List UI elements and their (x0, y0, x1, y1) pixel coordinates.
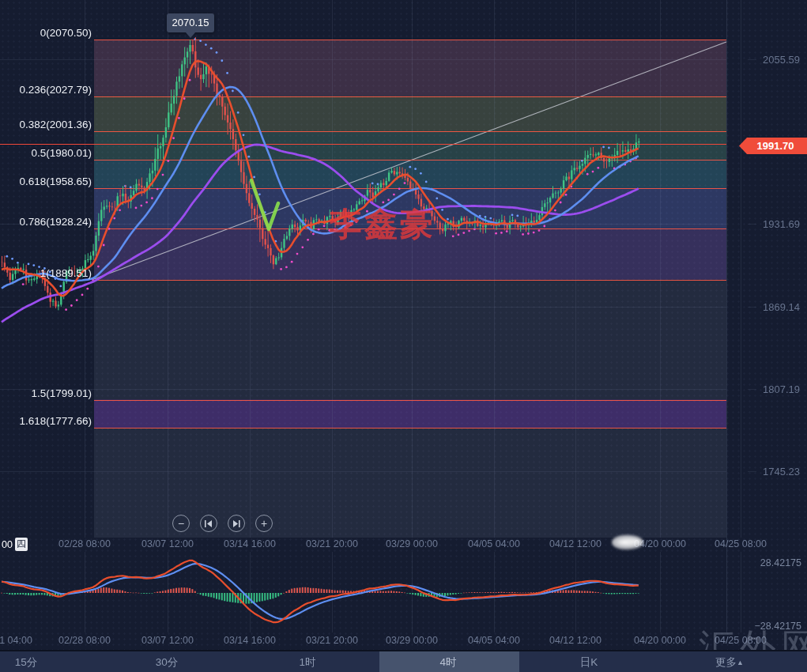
time-axis-label: 03/07 12:00 (141, 538, 194, 549)
price-axis-label: 1745.23 (743, 466, 800, 478)
time-axis-label: 03/14 16:00 (224, 538, 276, 549)
fib-level-label-0.786: 0.786(1928.24) (0, 216, 92, 228)
zoom-out-button[interactable]: − (172, 515, 190, 532)
price-axis-label: 2055.59 (743, 54, 800, 66)
macd-time-axis-label: 04/20 00:00 (634, 635, 686, 646)
macd-time-axis-label: 03/14 16:00 (224, 635, 276, 646)
high-value-tooltip: 2070.15 (167, 13, 214, 32)
center-watermark: 李鑫豪 (329, 202, 436, 247)
fib-level-label-0.236: 0.236(2027.79) (0, 84, 92, 96)
price-axis-label: 1807.19 (743, 383, 800, 395)
fib-level-label-0.382: 0.382(2001.36) (0, 119, 92, 130)
fib-level-label-0.5: 0.5(1980.01) (0, 147, 92, 159)
skip-start-button[interactable] (200, 515, 217, 532)
fib-level-label-0.618: 0.618(1958.65) (0, 176, 92, 187)
time-axis-label: 04/05 04:00 (468, 538, 520, 549)
time-axis-label: 04/12 12:00 (549, 538, 601, 549)
tab-4时[interactable]: 4时 (439, 651, 456, 672)
zoom-in-button[interactable]: + (255, 515, 273, 532)
trading-chart-window: 2070.15 1991.70 00 四 李鑫豪 汇外网 0(2070.50)0… (0, 0, 807, 672)
tab-15分[interactable]: 15分 (15, 651, 38, 672)
macd-time-axis-label: 04/12 12:00 (549, 635, 601, 646)
tab-1时[interactable]: 1时 (299, 651, 315, 672)
crosshair-weekday: 四 (15, 538, 28, 551)
tab-30分[interactable]: 30分 (156, 651, 179, 672)
last-price-tag: 1991.70 (739, 138, 807, 154)
fib-level-label-1.5: 1.5(1799.01) (0, 387, 92, 399)
macd-time-axis-label: 03/21 20:00 (306, 635, 358, 646)
macd-time-axis-label: 04/05 04:00 (468, 635, 520, 646)
macd-time-axis-label-partial: 1 04:00 (0, 635, 32, 646)
price-axis-label: 1869.14 (743, 301, 800, 313)
fib-level-label-0: 0(2070.50) (0, 27, 92, 39)
macd-axis-max: 28.42175 (738, 557, 801, 568)
timeframe-toolbar: 15分30分1时4时日K更多▲ (0, 650, 807, 672)
time-axis-label: 03/29 00:00 (386, 538, 438, 549)
time-axis-label: 04/25 08:00 (715, 538, 767, 549)
tab-更多[interactable]: 更多▲ (715, 651, 744, 672)
time-axis-label: 03/21 20:00 (306, 538, 358, 549)
tab-日K[interactable]: 日K (580, 651, 598, 672)
skip-end-button[interactable] (228, 515, 245, 532)
green-arrow-annotation[interactable] (0, 0, 807, 672)
fib-level-label-1.618: 1.618(1777.66) (0, 415, 92, 427)
crosshair-time: 00 (2, 539, 13, 550)
macd-time-axis-label: 03/29 00:00 (386, 635, 438, 646)
fib-level-label-1: 1(1889.51) (0, 267, 92, 279)
macd-time-axis-label: 02/28 08:00 (58, 635, 111, 646)
blur-smudge (612, 534, 643, 550)
price-axis-label: 1931.69 (743, 218, 800, 230)
macd-time-axis-label: 03/07 12:00 (141, 635, 194, 646)
crosshair-time-label: 00 四 (2, 538, 28, 551)
time-axis-label: 02/28 08:00 (58, 538, 111, 549)
chevron-up-icon: ▲ (737, 659, 744, 666)
